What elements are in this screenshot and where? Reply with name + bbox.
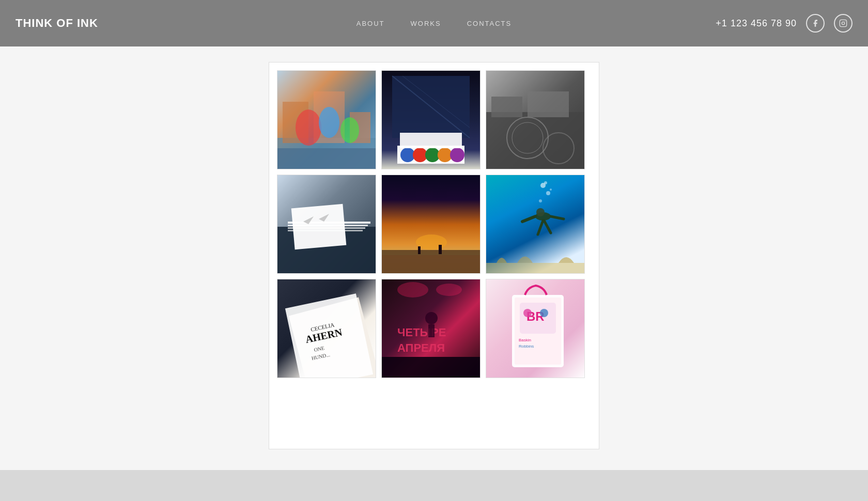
gallery-wrapper: CECELIA AHERN ONE HUND... [269, 62, 599, 449]
svg-rect-23 [486, 112, 584, 169]
svg-point-45 [539, 199, 542, 202]
gallery-item-4[interactable] [277, 175, 376, 274]
gallery-item-5[interactable] [381, 175, 481, 274]
nav-about[interactable]: ABOUT [357, 20, 385, 27]
svg-text:ЧЕТЫРЕ: ЧЕТЫРЕ [397, 326, 446, 339]
svg-point-47 [550, 189, 552, 191]
svg-text:Robbins: Robbins [519, 344, 534, 349]
nav-contacts[interactable]: CONTACTS [467, 20, 512, 27]
svg-point-20 [438, 148, 452, 162]
svg-rect-5 [277, 148, 376, 169]
nav-works[interactable]: WORKS [411, 20, 441, 27]
site-header: THINK OF INK ABOUT WORKS CONTACTS +1 123… [0, 0, 868, 46]
gallery-item-3[interactable] [486, 70, 585, 169]
facebook-icon[interactable] [806, 14, 825, 33]
site-logo: THINK OF INK [16, 17, 98, 30]
svg-rect-0 [840, 20, 846, 26]
site-footer [0, 470, 868, 501]
svg-rect-65 [428, 324, 435, 337]
svg-point-17 [400, 148, 415, 162]
gallery-item-1[interactable] [277, 70, 376, 169]
svg-point-18 [413, 148, 427, 162]
svg-point-64 [425, 312, 438, 324]
svg-rect-38 [382, 255, 480, 273]
svg-point-1 [842, 22, 844, 24]
svg-point-2 [845, 21, 845, 22]
svg-point-46 [544, 181, 547, 184]
svg-point-10 [319, 107, 339, 138]
gallery-grid: CECELIA AHERN ONE HUND... [277, 70, 591, 378]
svg-text:АПРЕЛЯ: АПРЕЛЯ [397, 341, 445, 354]
svg-point-11 [340, 117, 359, 143]
svg-point-19 [425, 148, 440, 162]
svg-point-44 [546, 191, 550, 195]
svg-rect-35 [291, 204, 347, 249]
phone-number: +1 123 456 78 90 [716, 18, 797, 29]
main-nav: ABOUT WORKS CONTACTS [357, 20, 512, 27]
gallery-item-8[interactable]: ЧЕТЫРЕ АПРЕЛЯ [381, 279, 481, 378]
gallery-item-9[interactable]: BR Baskin Robbins [486, 279, 585, 378]
main-content: CECELIA AHERN ONE HUND... [0, 46, 868, 470]
instagram-icon[interactable] [834, 14, 853, 33]
svg-rect-27 [491, 97, 522, 117]
header-right: +1 123 456 78 90 [716, 14, 853, 33]
svg-rect-41 [439, 245, 442, 254]
svg-text:Baskin: Baskin [519, 338, 531, 342]
svg-point-9 [296, 109, 321, 146]
svg-point-60 [436, 284, 462, 296]
svg-point-21 [450, 148, 464, 162]
svg-point-49 [536, 208, 545, 216]
svg-rect-28 [528, 91, 569, 117]
gallery-item-7[interactable]: CECELIA AHERN ONE HUND... [277, 279, 376, 378]
svg-point-72 [540, 309, 548, 317]
svg-rect-50 [486, 263, 584, 273]
svg-point-59 [397, 282, 428, 298]
gallery-item-6[interactable] [486, 175, 585, 274]
svg-rect-61 [382, 357, 480, 378]
gallery-item-2[interactable] [381, 70, 481, 169]
svg-rect-40 [418, 246, 421, 254]
svg-point-71 [523, 309, 532, 317]
